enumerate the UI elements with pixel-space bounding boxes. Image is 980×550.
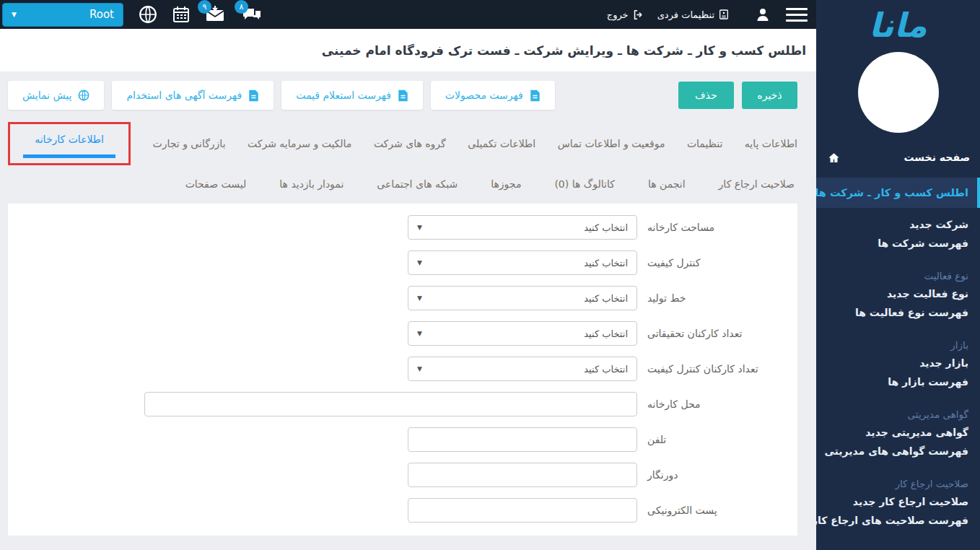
chat-icon[interactable]: ۸ [242,6,262,23]
document-icon [398,90,408,102]
menu-icon[interactable] [784,6,809,23]
title-band: اطلس کسب و کار ـ شرکت ها ـ ویرایش شرکت ـ… [0,29,816,71]
globe-icon[interactable] [139,5,157,24]
sidebar-item-home[interactable]: صفحه نخست [816,147,980,167]
phone-label: تلفن [637,434,797,445]
sidebar-item-work-referrals-list[interactable]: فهرست صلاحیت های ارجاع کار [816,511,980,530]
production-line-label: خط تولید [637,292,797,304]
main-area: تنظیمات فردی خروج ۸ ۹ [0,0,816,550]
sidebar-item-new-company[interactable]: شرکت جدید [816,215,980,234]
quality-control-select[interactable]: انتخاب کنید ▼ [408,250,637,275]
sidebar-item-new-market[interactable]: بازار جدید [816,354,980,372]
tab-commerce-trade[interactable]: بازرگانی و تجارت [153,138,226,149]
research-staff-count-select[interactable]: انتخاب کنید ▼ [408,321,637,346]
form-card: مساحت کارخانه انتخاب کنید ▼ کنترل کیفیت … [8,204,797,536]
sidebar-item-management-certificates-list[interactable]: فهرست گواهی های مدیریتی [816,442,980,460]
calendar-icon[interactable] [172,6,190,23]
email-input[interactable] [408,498,637,523]
mail-badge: ۹ [198,0,211,14]
products-list-button[interactable]: فهرست محصولات [431,81,555,110]
select-placeholder: انتخاب کنید [584,258,628,269]
job-ads-list-button[interactable]: فهرست آگهی های استخدام [112,81,274,110]
app-window: مانا صفحه نخست اطلس کسب و کار ـ شرکت ها … [0,0,980,550]
price-inquiry-list-button[interactable]: فهرست استعلام قیمت [281,81,423,110]
tab-ownership-capital[interactable]: مالکیت و سرمایه شرکت [248,138,351,149]
sidebar-item-markets-list[interactable]: فهرست بازار ها [816,372,980,391]
globe-icon [78,90,89,101]
tab-visits-chart[interactable]: نمودار بازدید ها [279,178,344,190]
sidebar-section-work-referral: صلاحیت ارجاع کار [816,475,980,492]
sidebar-item-business-atlas[interactable]: اطلس کسب و کار ـ شرکت ها [816,178,980,208]
products-list-label: فهرست محصولات [445,90,523,101]
personal-settings-link[interactable]: تنظیمات فردی [657,9,730,20]
factory-area-select[interactable]: انتخاب کنید ▼ [408,215,637,240]
qc-staff-count-label: تعداد کارکنان کنترل کیفیت [637,363,797,375]
production-line-select[interactable]: انتخاب کنید ▼ [408,286,637,310]
tabs-row-1: اطلاعات پایه تنظیمات موقعیت و اطلاعات تم… [8,119,797,167]
dropdown-caret-icon: ▼ [12,11,17,18]
email-label: پست الکترونیکی [637,505,797,516]
factory-area-label: مساحت کارخانه [637,222,797,233]
tab-work-referral-qualification[interactable]: صلاحیت ارجاع کار [719,178,795,190]
sidebar: مانا صفحه نخست اطلس کسب و کار ـ شرکت ها … [816,0,980,550]
tab-associations[interactable]: انجمن ها [648,178,686,190]
chat-badge: ۸ [235,0,248,14]
tab-catalogs[interactable]: کاتالوگ ها (0) [554,178,615,190]
sidebar-item-new-management-certificate[interactable]: گواهی مدیریتی جدید [816,423,980,442]
active-tab-underline [23,154,115,158]
preview-label: پیش نمایش [22,90,71,101]
select-placeholder: انتخاب کنید [584,222,628,233]
tab-factory-info[interactable]: اطلاعات کارخانه [23,134,115,158]
personal-settings-label: تنظیمات فردی [657,9,714,20]
tab-supplementary-info[interactable]: اطلاعات تکمیلی [468,138,535,149]
sidebar-section-market: بازار [816,336,980,354]
actions-row: ذخیره حذف فهرست محصولات فهرست استعلام قی… [8,81,797,110]
factory-location-input[interactable] [144,392,637,416]
sidebar-item-companies-list[interactable]: فهرست شرکت ها [816,234,980,253]
avatar[interactable] [858,52,939,133]
dropdown-caret-icon: ▼ [417,259,422,266]
settings-card-icon [718,9,730,20]
app-logo: مانا [816,3,980,48]
document-icon [530,90,541,102]
job-ads-list-label: فهرست آگهی های استخدام [126,90,242,101]
phone-input[interactable] [408,427,637,452]
tab-company-groups[interactable]: گروه های شرکت [374,138,446,149]
form-row: خط تولید انتخاب کنید ▼ [8,286,797,310]
tab-location-contact[interactable]: موقعیت و اطلاعات تماس [558,138,665,149]
preview-button[interactable]: پیش نمایش [8,81,104,110]
qc-staff-count-select[interactable]: انتخاب کنید ▼ [408,357,637,381]
fax-input[interactable] [408,463,637,487]
quality-control-label: کنترل کیفیت [637,257,797,269]
dropdown-caret-icon: ▼ [417,224,422,231]
user-icon[interactable] [754,6,771,23]
logout-link[interactable]: خروج [607,9,644,21]
logout-icon [632,9,644,21]
tab-social-networks[interactable]: شبکه های اجتماعی [377,178,458,190]
save-button[interactable]: ذخیره [742,82,797,109]
sidebar-item-new-work-referral[interactable]: صلاحیت ارجاع کار جدید [816,492,980,511]
factory-location-label: محل کارخانه [637,398,797,410]
tabs-row-2: صلاحیت ارجاع کار انجمن ها کاتالوگ ها (0)… [8,167,797,201]
mail-icon[interactable]: ۹ [205,6,227,23]
sidebar-item-new-activity-type[interactable]: نوع فعالیت جدید [816,284,980,303]
form-row: کنترل کیفیت انتخاب کنید ▼ [8,250,797,275]
root-scope-dropdown[interactable]: Root ▼ [2,3,123,27]
tab-settings[interactable]: تنظیمات [687,138,722,149]
root-scope-value: Root [89,8,114,21]
content-area: ذخیره حذف فهرست محصولات فهرست استعلام قی… [0,71,816,550]
tab-licenses[interactable]: مجوزها [491,178,521,190]
tab-basic-info[interactable]: اطلاعات پایه [745,138,797,149]
tab-pages-list[interactable]: لیست صفحات [185,178,247,190]
delete-button[interactable]: حذف [678,82,734,109]
sidebar-item-activity-types-list[interactable]: فهرست نوع فعالیت ها [816,303,980,322]
research-staff-count-label: تعداد کارکنان تحقیقاتی [637,328,797,339]
logout-label: خروج [607,9,629,20]
dropdown-caret-icon: ▼ [417,330,422,337]
form-row: مساحت کارخانه انتخاب کنید ▼ [8,215,797,240]
tab-factory-info-label: اطلاعات کارخانه [35,134,104,145]
dropdown-caret-icon: ▼ [417,365,422,372]
document-icon [248,90,259,102]
sidebar-section-activity-type: نوع فعالیت [816,267,980,284]
sidebar-section-management-certificate: گواهی مدیریتی [816,406,980,423]
